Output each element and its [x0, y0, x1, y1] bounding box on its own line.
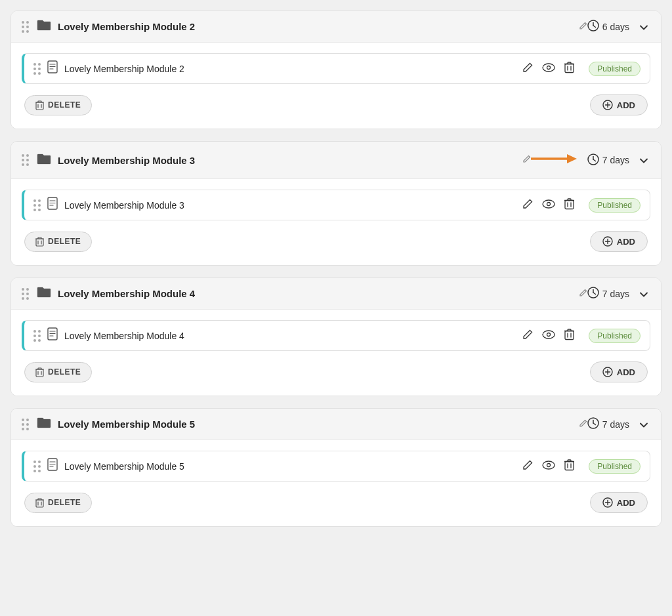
- lesson-drag-handle[interactable]: [33, 199, 41, 211]
- module-title: Lovely Membership Module 5: [58, 419, 574, 430]
- lesson-actions: Published: [522, 329, 640, 343]
- edit-title-icon[interactable]: [522, 155, 531, 165]
- svg-point-7: [543, 64, 555, 72]
- module-footer: DELETE ADD: [22, 228, 650, 255]
- svg-point-49: [543, 331, 555, 339]
- svg-line-24: [593, 159, 596, 161]
- published-badge: Published: [589, 198, 640, 213]
- svg-rect-71: [565, 461, 574, 470]
- svg-rect-9: [565, 64, 574, 72]
- drag-handle[interactable]: [22, 419, 29, 430]
- add-lesson-button[interactable]: ADD: [590, 361, 648, 382]
- add-lesson-button[interactable]: ADD: [590, 231, 648, 252]
- svg-point-70: [547, 463, 551, 466]
- preview-lesson-icon[interactable]: [542, 330, 555, 342]
- clock-icon: [587, 417, 599, 431]
- add-lesson-button[interactable]: ADD: [590, 94, 648, 115]
- module-footer: DELETE ADD: [22, 489, 650, 516]
- module-header-3: Lovely Membership Module 3 7 days: [11, 142, 661, 179]
- svg-point-50: [547, 333, 551, 336]
- clock-icon: [587, 20, 599, 33]
- edit-title-icon[interactable]: [579, 419, 587, 430]
- module-header-4: Lovely Membership Module 47 days: [11, 278, 661, 310]
- folder-icon: [37, 286, 51, 301]
- delete-lesson-icon[interactable]: [564, 198, 574, 213]
- edit-title-icon[interactable]: [579, 22, 587, 32]
- svg-rect-35: [36, 239, 43, 246]
- svg-rect-31: [565, 200, 574, 209]
- lesson-document-icon: [47, 197, 58, 213]
- header-right: 6 days: [587, 20, 650, 33]
- svg-rect-55: [36, 369, 43, 377]
- days-text: 6 days: [602, 22, 629, 32]
- module-collapse-button[interactable]: [637, 418, 650, 431]
- lesson-row: Lovely Membership Module 3Published: [22, 190, 650, 220]
- delete-module-button[interactable]: DELETE: [24, 493, 92, 513]
- svg-rect-51: [565, 331, 574, 339]
- delete-lesson-icon[interactable]: [564, 62, 574, 76]
- lesson-actions: Published: [522, 198, 640, 213]
- lesson-title: Lovely Membership Module 2: [64, 64, 522, 74]
- module-collapse-button[interactable]: [637, 20, 650, 33]
- svg-line-64: [593, 423, 596, 425]
- lesson-drag-handle[interactable]: [33, 330, 41, 342]
- drag-handle[interactable]: [22, 154, 29, 166]
- module-header-2: Lovely Membership Module 26 days: [11, 11, 661, 43]
- module-body: Lovely Membership Module 3Published DELE…: [11, 179, 661, 265]
- days-text: 7 days: [602, 155, 629, 165]
- svg-point-69: [543, 461, 555, 469]
- lesson-document-icon: [47, 327, 58, 344]
- svg-rect-13: [36, 102, 43, 110]
- drag-handle[interactable]: [22, 288, 29, 300]
- time-badge: 7 days: [587, 154, 629, 167]
- delete-module-button[interactable]: DELETE: [24, 95, 92, 115]
- module-title: Lovely Membership Module 2: [58, 21, 574, 32]
- published-badge: Published: [589, 62, 640, 76]
- module-card-3: Lovely Membership Module 3 7 days Lovely…: [10, 141, 662, 266]
- lesson-actions: Published: [522, 459, 640, 474]
- lesson-document-icon: [47, 458, 58, 474]
- module-body: Lovely Membership Module 2Published DELE…: [11, 43, 661, 129]
- add-lesson-button[interactable]: ADD: [590, 492, 648, 513]
- module-footer: DELETE ADD: [22, 359, 650, 385]
- clock-icon: [587, 154, 599, 167]
- lesson-drag-handle[interactable]: [33, 63, 41, 75]
- delete-lesson-icon[interactable]: [564, 459, 574, 474]
- lesson-drag-handle[interactable]: [33, 461, 41, 472]
- module-title: Lovely Membership Module 3: [58, 155, 517, 166]
- edit-title-icon[interactable]: [579, 289, 587, 299]
- module-header-5: Lovely Membership Module 57 days: [11, 409, 661, 440]
- header-right: 7 days: [587, 287, 650, 300]
- clock-icon: [587, 287, 599, 300]
- module-collapse-button[interactable]: [637, 154, 650, 167]
- lesson-title: Lovely Membership Module 3: [64, 200, 522, 211]
- edit-lesson-icon[interactable]: [522, 460, 533, 473]
- folder-icon: [37, 153, 51, 168]
- published-badge: Published: [589, 459, 640, 474]
- edit-lesson-icon[interactable]: [522, 199, 533, 212]
- preview-lesson-icon[interactable]: [542, 461, 555, 472]
- delete-lesson-icon[interactable]: [564, 329, 574, 343]
- module-card-2: Lovely Membership Module 26 days Lovely …: [10, 10, 662, 129]
- published-badge: Published: [589, 329, 640, 343]
- delete-module-button[interactable]: DELETE: [24, 362, 92, 382]
- module-card-5: Lovely Membership Module 57 days Lovely …: [10, 408, 662, 527]
- preview-lesson-icon[interactable]: [542, 63, 555, 75]
- orange-arrow-indicator: [531, 150, 577, 171]
- module-collapse-button[interactable]: [637, 287, 650, 300]
- modules-container: Lovely Membership Module 26 days Lovely …: [10, 10, 662, 527]
- days-text: 7 days: [602, 289, 629, 299]
- days-text: 7 days: [602, 419, 629, 430]
- svg-point-30: [547, 202, 551, 205]
- preview-lesson-icon[interactable]: [542, 199, 555, 211]
- lesson-title: Lovely Membership Module 5: [64, 461, 522, 472]
- drag-handle[interactable]: [22, 21, 29, 33]
- module-title: Lovely Membership Module 4: [58, 288, 574, 299]
- delete-module-button[interactable]: DELETE: [24, 232, 92, 252]
- time-badge: 6 days: [587, 20, 629, 33]
- lesson-row: Lovely Membership Module 5Published: [22, 451, 650, 482]
- module-card-4: Lovely Membership Module 47 days Lovely …: [10, 277, 662, 396]
- edit-lesson-icon[interactable]: [522, 329, 533, 342]
- edit-lesson-icon[interactable]: [522, 62, 533, 75]
- lesson-row: Lovely Membership Module 2Published: [22, 53, 650, 84]
